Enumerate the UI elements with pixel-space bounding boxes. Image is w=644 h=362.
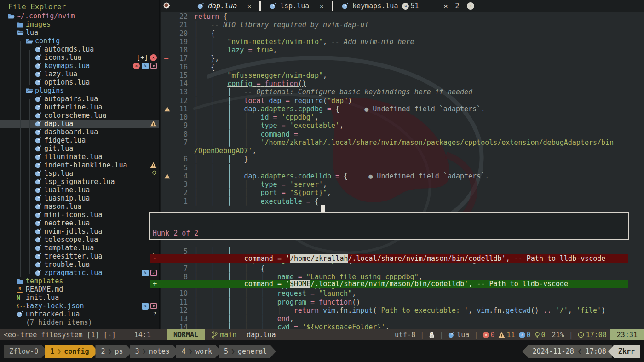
tree-item[interactable]: Ninit.lua (0, 293, 159, 302)
tree-item[interactable]: options.lua (0, 78, 159, 86)
tree-item[interactable]: zpragmatic.lua✎✓ (0, 269, 159, 277)
tmux-window-notes[interactable]: 3❯notes (130, 345, 179, 358)
code-text: │ │ │ local dap = require("dap") (188, 97, 352, 105)
tree-item[interactable]: bufferline.lua (0, 103, 159, 111)
code-line[interactable]: 10│ │ │ │ id = 'cppdbg', (161, 113, 644, 121)
code-line[interactable]: 6│ │ │ } (161, 155, 644, 163)
code-line[interactable]: 14│ │ config = function() (161, 80, 644, 88)
code-text: │ │ │ │ type = 'executable', (188, 121, 344, 130)
tree-item[interactable]: icons.lua[+]✕ (0, 53, 159, 62)
tree-item[interactable]: (7 hidden items) (0, 318, 159, 327)
buffer-tab[interactable]: lsp.lua✕ (261, 0, 332, 12)
tree-item[interactable]: lua (0, 29, 159, 37)
tree-item-label: (7 hidden items) (26, 318, 92, 327)
close-buffer-icon[interactable]: ✕ (320, 3, 323, 10)
code-line[interactable]: –17│ }, (161, 54, 644, 63)
tree-item[interactable]: fidget.lua (0, 136, 159, 144)
tmux-window-config[interactable]: 1❯config (45, 345, 98, 358)
code-line[interactable]: 11│ │ │ dap.adapters.cppdbg = { ● Undefi… (161, 105, 644, 113)
tree-item[interactable]: autocmds.lua (0, 45, 159, 53)
tree-item[interactable]: template.lua (0, 244, 159, 252)
sign-column (161, 315, 172, 323)
tree-item[interactable]: indent-blankline.lua (0, 161, 159, 169)
lua-icon (35, 145, 44, 152)
code-line[interactable]: 9│ │ │ │ type = 'executable', (161, 121, 644, 130)
tree-item[interactable]: templates (0, 277, 159, 285)
tree-item-label: images (26, 20, 51, 29)
line-number: 18 (172, 46, 188, 54)
tree-item[interactable]: luasnip.lua (0, 194, 159, 202)
tree-item[interactable]: dashboard.lua (0, 128, 159, 136)
code-text: │ { (188, 29, 215, 38)
tree-item-label: telescope.lua (44, 236, 98, 244)
tmux-hostname: Zkrr (608, 345, 640, 358)
code-line[interactable]: 13│ │ │ -- Optional: Configure basic key… (161, 88, 644, 96)
code-line[interactable]: 14│ │ │ │ │ cwd = '${workspaceFolder}', (161, 323, 644, 329)
line-number: 8 (172, 130, 188, 138)
tree-item[interactable]: plugins (0, 86, 159, 95)
tree-item[interactable]: lsp_signature.lua (0, 178, 159, 186)
code-line[interactable]: 3│ │ │ │ type = 'server', (161, 180, 644, 189)
line-number (172, 147, 188, 155)
close-buffer-icon[interactable]: ✕ (247, 3, 251, 10)
code-line[interactable]: 20│ { (161, 29, 644, 38)
tree-item[interactable]: MREADME.md (0, 285, 159, 293)
folder-icon (17, 22, 26, 28)
code-line[interactable]: 13│ │ │ │ │ end, (161, 315, 644, 323)
buffer-tab[interactable]: keymaps.lua✕51 (334, 0, 427, 12)
code-line[interactable]: 12│ │ │ local dap = require("dap") (161, 97, 644, 105)
hunk-popup-title: Hunk 2 of 2 (150, 229, 628, 238)
tree-item[interactable]: nvim-jdtls.lua (0, 227, 159, 236)
code-line[interactable]: 18│ │ lazy = true, (161, 46, 644, 54)
tree-item[interactable]: colorscheme.lua (0, 111, 159, 120)
tree-item[interactable]: lsp.lua (0, 169, 159, 178)
folder-open-icon (26, 88, 35, 94)
tree-item[interactable]: mason.lua (0, 202, 159, 211)
tree-item[interactable]: lazy.lua (0, 70, 159, 78)
close-all-icon[interactable]: ✕ (444, 2, 448, 10)
pencil-badge-icon: ✎ (142, 303, 149, 310)
code-line[interactable]: 12│ │ │ │ │ │ return vim.fn.input('Path … (161, 306, 644, 315)
line-number: 11 (172, 105, 188, 113)
code-line[interactable]: 4│ │ │ dap.adapters.codelldb = { ● Undef… (161, 172, 644, 180)
lua-icon (35, 270, 44, 276)
tree-item[interactable]: neotree.lua (0, 219, 159, 227)
tree-item[interactable]: illuminate.lua (0, 153, 159, 161)
tree-item[interactable]: mini-icons.lua (0, 211, 159, 219)
tree-item[interactable]: autopairs.lua (0, 95, 159, 103)
tree-item[interactable]: lualine.lua (0, 186, 159, 194)
code-line[interactable]: 8│ │ │ │ command = (161, 130, 644, 138)
code-line[interactable]: 21│ -- NIO library required by nvim-dap-… (161, 21, 644, 29)
md-icon: M (17, 287, 26, 293)
code-line[interactable]: 15│ │ "mfussenegger/nvim-dap", (161, 71, 644, 80)
folder-icon (17, 278, 26, 284)
code-line[interactable]: 2│ │ │ │ port = "${port}", (161, 189, 644, 197)
tmux-window-general[interactable]: 5❯general (218, 345, 276, 358)
next-tab-arrow-icon[interactable]: ➔ (467, 2, 474, 10)
buffer-tab[interactable]: dap.lua✕ (189, 0, 259, 12)
tree-item[interactable]: untracked.lua? (0, 310, 159, 318)
tree-item[interactable]: trouble.lua (0, 260, 159, 269)
code-line[interactable]: 5│ │ │ (161, 164, 644, 172)
code-line[interactable]: 7│ │ │ │ '/home/zkrallah/.local/share/nv… (161, 138, 644, 147)
tree-item[interactable]: images (0, 20, 159, 29)
diff-removed-line: - command = '/home/zkrallah/.local/share… (150, 254, 628, 263)
line-number: 4 (172, 172, 188, 180)
tree-item[interactable]: dap.lua (0, 120, 159, 128)
code-line[interactable]: /OpenDebugAD7', (161, 147, 644, 155)
tree-item[interactable]: git.lua (0, 144, 159, 153)
code-line[interactable]: 22return { (161, 12, 644, 21)
code-line[interactable]: 19│ │ "nvim-neotest/nvim-nio", -- Add nv… (161, 38, 644, 46)
folder-open-icon (17, 30, 26, 36)
tree-item[interactable]: config (0, 37, 159, 45)
tree-item[interactable]: ~/.config/nvim (0, 12, 159, 20)
tree-item[interactable]: telescope.lua (0, 236, 159, 244)
diff-hunk-popup: Hunk 2 of 2 - command = '/home/zkrallah/… (150, 212, 629, 240)
tree-item[interactable]: {..}lazy-lock.json✎ (0, 302, 159, 310)
tree-item[interactable]: treesitter.lua (0, 252, 159, 260)
tree-item[interactable]: keymaps.lua✕✎ (0, 62, 159, 70)
tmux-window-work[interactable]: 4❯work (176, 345, 221, 358)
code-line[interactable]: 1│ │ │ │ executable = { (161, 197, 644, 206)
code-line[interactable]: 16│ { (161, 63, 644, 71)
tmux-window-ps[interactable]: 2❯ps (95, 345, 132, 358)
